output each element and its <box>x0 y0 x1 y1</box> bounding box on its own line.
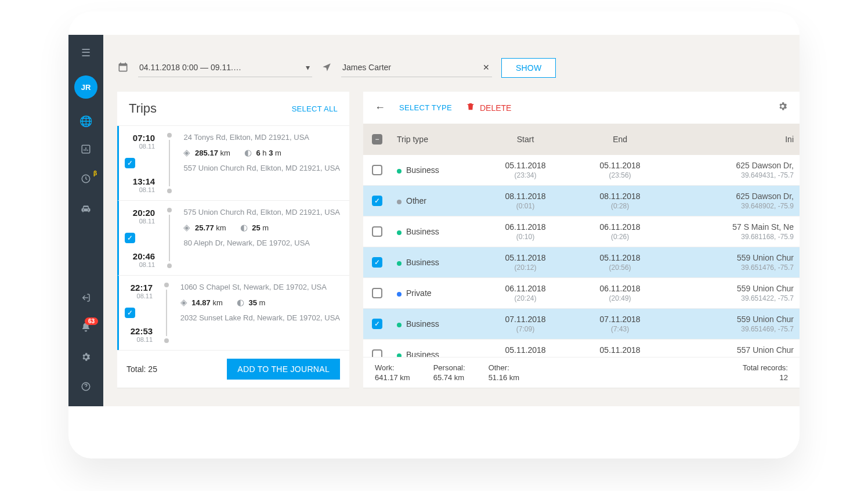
row-checkbox[interactable] <box>372 288 382 298</box>
trip-checkbox[interactable]: ✓ <box>125 308 135 318</box>
row-start: 06.11.2018(0:10) <box>478 216 573 247</box>
beta-badge: β <box>93 170 97 176</box>
row-location: 559 Union Chur39.651476, -75.7 <box>667 247 800 278</box>
table-summary: Work: 641.17 km Personal: 65.74 km Other… <box>363 357 800 388</box>
globe-icon[interactable]: 🌐 <box>79 115 92 128</box>
moon-icon: ◐ <box>244 147 252 157</box>
date-range-value: 04.11.2018 0:00 — 09.11.… <box>139 63 241 72</box>
row-checkbox[interactable] <box>372 349 382 357</box>
table-row[interactable]: ✓ Business 07.11.2018(7:09) 07.11.2018(7… <box>363 309 800 340</box>
table-panel: ← SELECT TYPE DELETE <box>363 92 800 388</box>
table-row[interactable]: Business 06.11.2018(0:10) 06.11.2018(0:2… <box>363 216 800 247</box>
trip-list[interactable]: 07:10 08.11 ✓ 13:14 08.11 24 Tonys Rd, E… <box>117 125 349 350</box>
trip-start-date: 08.11 <box>125 143 155 150</box>
row-location: 559 Union Chur39.651422, -75.7 <box>667 278 800 309</box>
trip-metrics: ◈ 285.17 km ◐ 6 h 3 m <box>183 147 340 158</box>
trip-end-time: 22:53 <box>125 326 153 336</box>
car-icon[interactable] <box>80 203 92 218</box>
trip-end-addr: 557 Union Church Rd, Elkton, MD 21921, U… <box>183 164 340 172</box>
summary-work: Work: 641.17 km <box>375 363 410 382</box>
content: Trips SELECT ALL 07:10 08.11 ✓ 13:14 08.… <box>103 92 800 406</box>
row-type: Business <box>391 155 478 186</box>
delete-button[interactable]: DELETE <box>466 102 511 113</box>
back-arrow-icon[interactable]: ← <box>375 102 385 114</box>
trip-timeline <box>163 208 175 268</box>
chevron-down-icon: ▾ <box>306 63 310 72</box>
trip-start-addr: 24 Tonys Rd, Elkton, MD 21921, USA <box>183 133 340 142</box>
settings-icon[interactable] <box>81 352 91 365</box>
col-end[interactable]: End <box>573 124 667 155</box>
row-checkbox[interactable] <box>372 226 382 237</box>
location-arrow-icon <box>321 62 332 74</box>
row-location: 557 Union Chur39.65157, -75.7 <box>667 340 800 357</box>
trip-table: − Trip type Start End Ini <box>363 124 800 357</box>
trip-item[interactable]: 20:20 08.11 ✓ 20:46 08.11 575 Union Chur… <box>117 201 349 276</box>
row-location: 625 Dawson Dr,39.649431, -75.7 <box>667 155 800 186</box>
row-end: 06.11.2018(20:49) <box>573 278 667 309</box>
col-start[interactable]: Start <box>478 124 573 155</box>
avatar[interactable]: JR <box>74 75 97 99</box>
trash-icon <box>466 102 475 113</box>
trip-metrics: ◈ 14.87 km ◐ 35 m <box>180 297 340 308</box>
row-start: 05.11.2018(23:34) <box>478 155 573 186</box>
trip-end-time: 20:46 <box>125 251 155 261</box>
trip-start-addr: 1060 S Chapel St, Newark, DE 19702, USA <box>180 283 340 291</box>
gear-icon[interactable] <box>777 101 788 114</box>
login-icon[interactable] <box>81 293 91 306</box>
table-row[interactable]: Business 05.11.2018(23:34) 05.11.2018(23… <box>363 155 800 186</box>
trip-item[interactable]: 22:17 08.11 ✓ 22:53 08.11 1060 S Chapel … <box>117 276 349 350</box>
row-end: 06.11.2018(0:26) <box>573 216 667 247</box>
menu-icon[interactable]: ☰ <box>81 46 91 59</box>
select-all-checkbox[interactable]: − <box>372 134 382 145</box>
row-end: 05.11.2018(20:56) <box>573 247 667 278</box>
row-end: 05.11.2018(23:56) <box>573 155 667 186</box>
row-end: 05.11.2018(13:20) <box>573 340 667 357</box>
route-icon: ◈ <box>183 147 190 157</box>
calendar-icon[interactable] <box>117 62 129 75</box>
col-select[interactable]: − <box>363 124 391 155</box>
trip-checkbox[interactable]: ✓ <box>125 233 135 243</box>
date-range-field[interactable]: 04.11.2018 0:00 — 09.11.… ▾ <box>138 59 312 77</box>
route-icon: ◈ <box>180 297 187 307</box>
col-type[interactable]: Trip type <box>391 124 478 155</box>
filter-bar: 04.11.2018 0:00 — 09.11.… ▾ James Carter… <box>103 35 800 92</box>
table-row[interactable]: ✓ Other 08.11.2018(0:01) 08.11.2018(0:28… <box>363 186 800 216</box>
moon-icon: ◐ <box>240 222 248 232</box>
row-location: 559 Union Chur39.651469, -75.7 <box>667 309 800 340</box>
table-row[interactable]: ✓ Business 05.11.2018(20:12) 05.11.2018(… <box>363 247 800 278</box>
trip-start-addr: 575 Union Church Rd, Elkton, MD 21921, U… <box>183 208 340 216</box>
row-type: Business <box>391 340 478 357</box>
main: 04.11.2018 0:00 — 09.11.… ▾ James Carter… <box>103 35 800 406</box>
row-checkbox[interactable]: ✓ <box>372 196 382 206</box>
trip-item[interactable]: 07:10 08.11 ✓ 13:14 08.11 24 Tonys Rd, E… <box>117 126 349 201</box>
show-button[interactable]: SHOW <box>501 58 556 78</box>
trip-checkbox[interactable]: ✓ <box>125 158 135 168</box>
table-row[interactable]: Private 06.11.2018(20:24) 06.11.2018(20:… <box>363 278 800 309</box>
moon-icon: ◐ <box>237 297 244 307</box>
person-field[interactable]: James Carter ✕ <box>341 59 492 77</box>
row-end: 07.11.2018(7:43) <box>573 309 667 340</box>
help-icon[interactable] <box>81 381 91 395</box>
row-start: 05.11.2018(6:50) <box>478 340 573 357</box>
select-all-button[interactable]: SELECT ALL <box>292 104 338 113</box>
row-checkbox[interactable]: ✓ <box>372 319 382 329</box>
col-init[interactable]: Ini <box>667 124 800 155</box>
table-row[interactable]: Business 05.11.2018(6:50) 05.11.2018(13:… <box>363 340 800 357</box>
history-icon[interactable]: β <box>81 174 91 187</box>
add-to-journal-button[interactable]: ADD TO THE JOURNAL <box>227 359 340 380</box>
row-checkbox[interactable] <box>372 165 382 175</box>
row-type: Business <box>391 309 478 340</box>
type-dot-icon <box>397 261 402 266</box>
table-scroll[interactable]: − Trip type Start End Ini <box>363 124 800 357</box>
avatar-initials: JR <box>81 83 91 92</box>
table-toolbar: ← SELECT TYPE DELETE <box>363 92 800 124</box>
clear-icon[interactable]: ✕ <box>483 63 490 72</box>
trip-timeline <box>161 283 172 343</box>
notifications-icon[interactable]: 63 <box>81 322 91 335</box>
select-type-button[interactable]: SELECT TYPE <box>399 103 452 112</box>
type-dot-icon <box>397 230 402 235</box>
trip-end-date: 08.11 <box>125 186 155 193</box>
row-checkbox[interactable]: ✓ <box>372 257 382 268</box>
reports-icon[interactable] <box>81 144 91 157</box>
trip-start-time: 22:17 <box>125 283 153 293</box>
